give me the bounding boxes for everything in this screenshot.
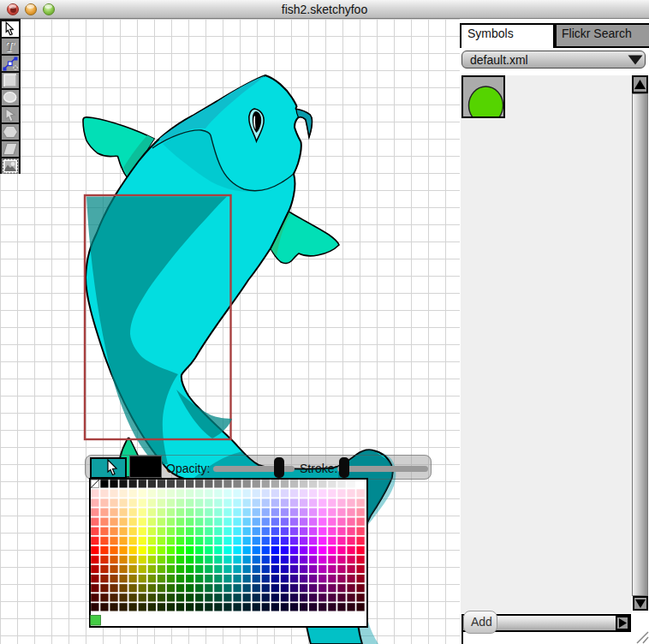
svg-text:T: T [5, 39, 15, 54]
